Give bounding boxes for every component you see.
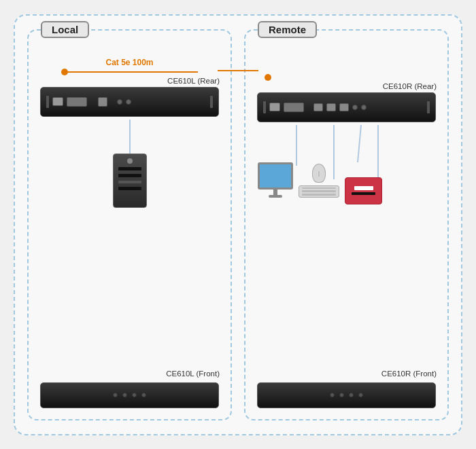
remote-screw-right [427,101,430,113]
printer-slot [352,192,375,195]
local-screw-right [210,96,213,108]
local-screw-left [46,96,49,108]
monitor [258,162,293,198]
remote-audio-port1 [352,105,358,110]
remote-rj45-port [269,103,280,111]
remote-led2 [339,393,344,397]
monitor-stand [273,190,277,195]
main-diagram: Local Cat 5e 100m CE610L (Rear) [14,14,462,435]
local-audio-port1 [117,99,122,105]
remote-rear-unit [257,92,436,122]
local-computer-tower [113,154,147,208]
remote-front-unit [257,382,436,408]
mouse [312,164,326,183]
remote-led1 [330,393,335,397]
local-dvi-port [67,97,87,107]
local-label: Local [41,21,89,38]
local-rj45-port [52,97,63,106]
local-led2 [122,393,127,397]
monitor-screen [258,162,293,190]
local-rear-unit [40,87,219,117]
printer-paper [354,186,373,190]
remote-led4 [358,393,363,397]
printer [345,177,382,204]
mouse-keyboard-group [299,164,339,198]
local-panel: Local Cat 5e 100m CE610L (Rear) [27,29,232,420]
cable-label: Cat 5e 100m [105,58,153,67]
local-audio-port2 [126,99,131,105]
remote-panel: Remote CE610R (Rear) [244,29,449,420]
local-led4 [141,393,146,397]
mouse-line [319,171,320,177]
local-front-unit [40,382,219,408]
remote-usb-a-port1 [313,103,323,111]
tower-slot1 [118,167,141,170]
tower-slot3 [118,187,141,190]
keyboard-row3 [302,194,336,196]
remote-usb-a-port2 [326,103,336,111]
remote-audio-port2 [361,105,367,110]
local-led1 [113,393,118,397]
local-led3 [132,393,137,397]
local-rear-label: CE610L (Rear) [35,77,224,85]
cable-connector-remote [265,74,271,81]
remote-usb-a-port3 [339,103,349,111]
keyboard-row1 [302,187,336,190]
printer-wrapper [345,177,382,204]
local-usb-b-port [98,97,107,107]
tower-power-button [127,158,133,164]
keyboard [299,185,339,198]
remote-dvi-port [284,103,304,112]
peripherals-row [252,125,441,198]
remote-rear-label: CE610R (Rear) [252,82,441,90]
remote-led3 [349,393,354,397]
cable-connector-local [61,69,68,75]
tower-drive [118,181,141,183]
local-vertical-line [129,120,131,154]
remote-peripherals-area [252,125,441,370]
remote-screw-left [263,101,266,113]
keyboard-row2 [302,190,336,192]
remote-front-label: CE610R (Front) [252,370,441,378]
remote-label: Remote [258,21,317,38]
tower-slot2 [118,174,141,177]
monitor-base [269,195,282,198]
local-front-label: CE610L (Front) [35,370,224,378]
